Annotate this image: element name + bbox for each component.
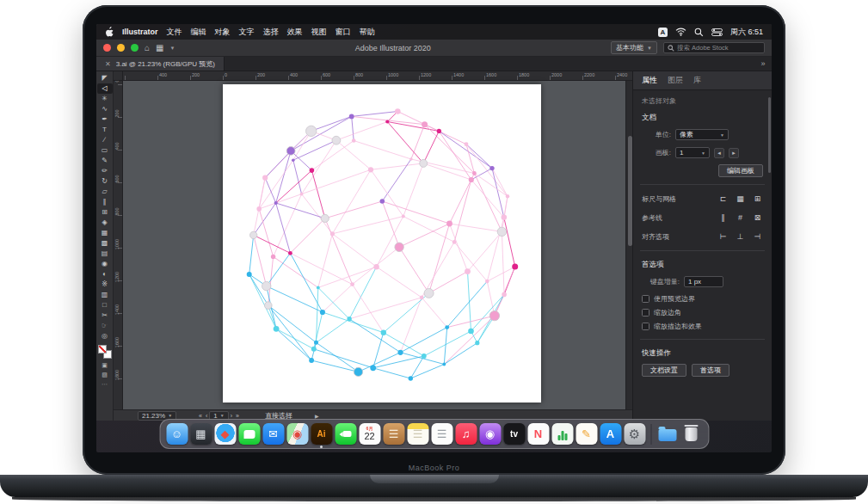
magic-wand-tool[interactable]: ✳ bbox=[97, 94, 113, 104]
spotlight-search-icon[interactable] bbox=[694, 28, 704, 37]
dock-icon-safari[interactable]: ◆ bbox=[214, 423, 236, 445]
hand-tool[interactable]: ☞ bbox=[97, 321, 113, 331]
apple-logo[interactable] bbox=[105, 27, 114, 37]
panel-scrollbar[interactable] bbox=[768, 97, 771, 173]
eyedropper-tool[interactable]: ◉ bbox=[97, 259, 113, 269]
dock-icon-launchpad[interactable]: ▦ bbox=[190, 423, 212, 445]
dock-icon-tv[interactable]: tv bbox=[503, 423, 525, 445]
quick-action-文档设置[interactable]: 文档设置 bbox=[642, 364, 686, 377]
keyboard-increment-input[interactable]: 1 px bbox=[684, 276, 723, 287]
ruler-top[interactable]: 4002000200400600800100012001400160018002… bbox=[123, 71, 632, 81]
next-artboard-button[interactable]: › bbox=[231, 413, 232, 419]
lasso-tool[interactable]: ∿ bbox=[97, 104, 113, 114]
menu-item-视图[interactable]: 视图 bbox=[311, 27, 327, 38]
selection-tool[interactable]: ◤ bbox=[97, 73, 113, 83]
panel-collapse-icon[interactable]: » bbox=[754, 57, 772, 71]
units-select[interactable]: 像素 ▼ bbox=[675, 129, 729, 140]
line-segment-tool[interactable]: ∕ bbox=[97, 135, 113, 145]
menu-item-文字[interactable]: 文字 bbox=[239, 27, 255, 38]
close-window-button[interactable] bbox=[103, 44, 111, 52]
arrange-documents-chevron-icon[interactable]: ▼ bbox=[170, 46, 175, 51]
control-center-icon[interactable] bbox=[711, 28, 723, 36]
artboard-select[interactable]: 1 ▼ bbox=[675, 147, 710, 158]
menu-item-效果[interactable]: 效果 bbox=[287, 27, 303, 38]
canvas-area[interactable]: 4002000200400600800100012001400160018002… bbox=[114, 71, 632, 409]
shape-builder-tool[interactable]: ◈ bbox=[97, 218, 113, 228]
rulers-grids-icons-1[interactable]: ▦ bbox=[735, 194, 746, 205]
artboard[interactable] bbox=[223, 84, 541, 403]
pencil-tool[interactable]: ✏ bbox=[97, 166, 113, 176]
guides-icons-2[interactable]: ⊠ bbox=[752, 212, 763, 224]
status-menu-arrow-icon[interactable]: ▶ bbox=[315, 413, 319, 419]
menu-item-文件[interactable]: 文件 bbox=[167, 27, 182, 38]
rectangle-tool[interactable]: ▭ bbox=[97, 145, 113, 156]
free-transform-tool[interactable]: ⊞ bbox=[97, 207, 113, 218]
fill-swatch[interactable] bbox=[98, 345, 107, 353]
arrange-documents-icon[interactable]: ▦ bbox=[156, 44, 163, 52]
previous-artboard-button[interactable]: ‹ bbox=[206, 413, 207, 419]
toolbar-bottom-icon-1[interactable]: ▨ bbox=[97, 370, 113, 379]
dock-icon-trash[interactable] bbox=[680, 423, 702, 445]
align-options-icons-0[interactable]: ⊢ bbox=[717, 231, 729, 243]
blend-tool[interactable]: ◐ bbox=[97, 269, 113, 280]
dock-icon-downloads[interactable] bbox=[656, 423, 678, 445]
dock-icon-maps[interactable]: ◉ bbox=[286, 423, 308, 445]
dock-icon-illustrator[interactable]: Ai bbox=[311, 423, 332, 445]
dock-icon-settings[interactable]: ⚙ bbox=[624, 423, 645, 445]
canvas-content[interactable] bbox=[123, 81, 632, 409]
guides-icons-1[interactable]: # bbox=[735, 212, 746, 224]
dock-icon-pages[interactable]: ✎ bbox=[576, 423, 597, 445]
minimize-window-button[interactable] bbox=[117, 44, 125, 52]
vertical-scrollbar[interactable] bbox=[625, 81, 632, 409]
dock-icon-contacts[interactable]: ☰ bbox=[383, 423, 404, 445]
guides-icons-0[interactable]: ∥ bbox=[717, 212, 729, 224]
scale-tool[interactable]: ▱ bbox=[97, 187, 113, 197]
menu-item-窗口[interactable]: 窗口 bbox=[336, 27, 351, 38]
pen-tool[interactable]: ✒ bbox=[97, 114, 113, 125]
document-tab[interactable]: ✕ 3.ai @ 21.23% (RGB/GPU 预览) bbox=[96, 57, 225, 71]
tab-close-icon[interactable]: ✕ bbox=[105, 60, 111, 68]
checkbox[interactable] bbox=[642, 295, 649, 303]
mesh-tool[interactable]: ▩ bbox=[97, 238, 113, 249]
panel-tab-属性[interactable]: 属性 bbox=[642, 75, 657, 86]
align-options-icons-1[interactable]: ⊥ bbox=[735, 231, 746, 243]
previous-artboard-mini-button[interactable]: ◄ bbox=[714, 148, 724, 158]
column-graph-tool[interactable]: ▥ bbox=[97, 290, 113, 300]
input-source-icon[interactable]: A bbox=[658, 28, 668, 37]
panel-tab-图层[interactable]: 图层 bbox=[668, 75, 683, 86]
rulers-grids-icons-2[interactable]: ⊞ bbox=[752, 194, 763, 205]
dock-icon-mail[interactable]: ✉ bbox=[262, 423, 284, 445]
align-options-icons-2[interactable]: ⊣ bbox=[752, 231, 763, 243]
ruler-left[interactable]: 020040060080010001200140016001800 bbox=[114, 81, 123, 409]
panel-tab-库[interactable]: 库 bbox=[693, 75, 701, 86]
checkbox[interactable] bbox=[642, 309, 649, 317]
dock-icon-music[interactable]: ♫ bbox=[455, 423, 477, 445]
quick-action-首选项[interactable]: 首选项 bbox=[692, 364, 729, 377]
artboard-tool[interactable]: □ bbox=[97, 300, 113, 310]
ruler-corner[interactable] bbox=[114, 71, 123, 81]
next-artboard-mini-button[interactable]: ► bbox=[729, 148, 739, 158]
dock-icon-messages[interactable] bbox=[238, 423, 260, 445]
width-tool[interactable]: ∥ bbox=[97, 197, 113, 207]
wifi-icon[interactable] bbox=[675, 28, 686, 36]
rulers-grids-icons-0[interactable]: ⊏ bbox=[717, 194, 729, 205]
dock-icon-numbers[interactable] bbox=[551, 423, 573, 445]
dock-icon-appstore[interactable]: A bbox=[600, 423, 621, 445]
workspace-switcher[interactable]: 基本功能 ▼ bbox=[611, 41, 657, 54]
menu-item-帮助[interactable]: 帮助 bbox=[360, 27, 375, 38]
menubar-clock[interactable]: 周六 6:51 bbox=[730, 27, 763, 38]
last-artboard-button[interactable]: » bbox=[236, 413, 239, 419]
dock-icon-news[interactable]: N bbox=[527, 423, 549, 445]
menubar-app-name[interactable]: Illustrator bbox=[122, 28, 158, 36]
slice-tool[interactable]: ✂ bbox=[97, 310, 113, 321]
fill-stroke-swatch[interactable] bbox=[98, 345, 112, 359]
type-tool[interactable]: T bbox=[97, 125, 113, 135]
dock-icon-reminders[interactable]: ☰ bbox=[431, 423, 452, 445]
direct-selection-tool[interactable]: ◁ bbox=[97, 83, 113, 94]
vertical-scrollbar-thumb[interactable] bbox=[628, 136, 632, 246]
menu-item-对象[interactable]: 对象 bbox=[215, 27, 231, 38]
dock-icon-notes[interactable]: ☰ bbox=[407, 423, 428, 445]
menu-item-编辑[interactable]: 编辑 bbox=[191, 27, 206, 38]
toolbar-bottom-icon-0[interactable]: ▣ bbox=[97, 360, 113, 370]
dock-icon-finder[interactable]: ☺ bbox=[166, 423, 188, 445]
